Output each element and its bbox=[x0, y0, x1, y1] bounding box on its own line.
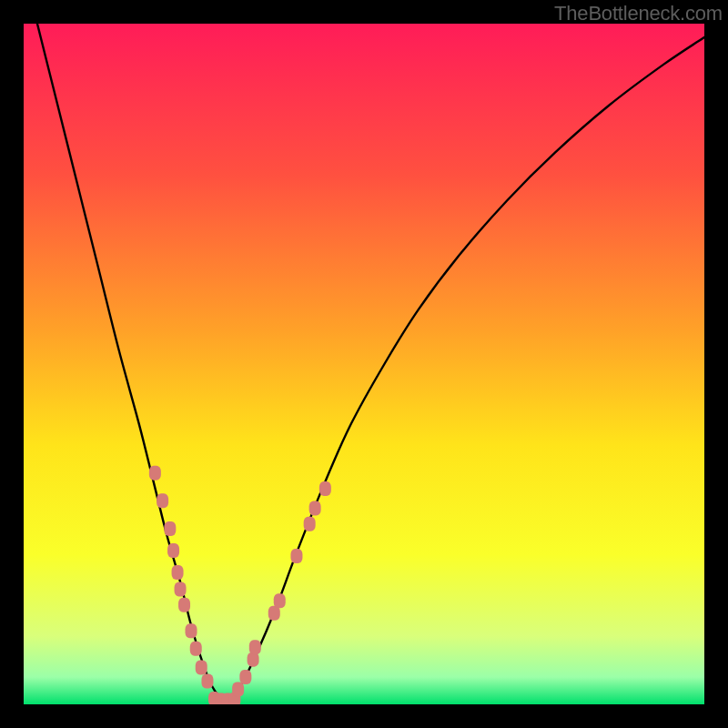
threshold-marker bbox=[164, 521, 176, 536]
threshold-marker bbox=[304, 517, 316, 531]
threshold-marker bbox=[178, 598, 190, 612]
threshold-marker bbox=[309, 501, 321, 516]
threshold-marker bbox=[149, 466, 161, 480]
threshold-marker bbox=[201, 674, 213, 689]
threshold-marker bbox=[196, 661, 207, 675]
threshold-marker bbox=[175, 582, 187, 597]
threshold-marker bbox=[190, 642, 202, 656]
plot-svg bbox=[24, 24, 704, 704]
threshold-marker bbox=[232, 682, 244, 697]
gradient-background bbox=[24, 24, 704, 704]
threshold-marker bbox=[239, 670, 251, 684]
threshold-marker bbox=[249, 640, 261, 654]
plot-area bbox=[24, 24, 704, 704]
watermark-label: TheBottleneck.com bbox=[554, 2, 723, 25]
threshold-marker bbox=[186, 623, 197, 638]
threshold-marker bbox=[167, 543, 179, 558]
threshold-marker bbox=[290, 549, 302, 563]
threshold-marker bbox=[274, 593, 286, 608]
chart-frame: TheBottleneck.com bbox=[0, 0, 728, 728]
threshold-marker bbox=[319, 481, 331, 496]
threshold-marker bbox=[157, 493, 168, 508]
threshold-marker bbox=[172, 565, 184, 580]
